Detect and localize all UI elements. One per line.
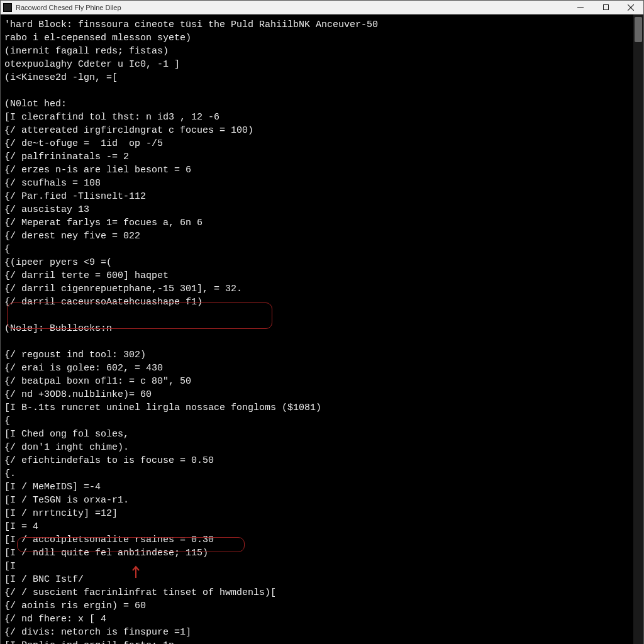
terminal-line <box>4 309 630 322</box>
terminal-line: rabo i el-cepensed mlesson syete) <box>4 31 630 45</box>
terminal-line: {(ipeer pyers <9 =( <box>4 256 630 269</box>
terminal-line: {/ palfrininatals -= 2 <box>4 150 630 164</box>
terminal-line: [I clecraftind tol thst: n id3 , 12 -6 <box>4 111 630 124</box>
terminal-line: [I <box>4 560 630 573</box>
terminal-line: [I / TeSGN is orxa-r1. <box>4 494 630 507</box>
terminal-line: {/ de~t-ofuge = 1id op -/5 <box>4 137 630 150</box>
terminal-line: {/ aoinis ris ergin) = 60 <box>4 599 630 613</box>
window-body: 'hard Block: finssoura cineote tüsi the … <box>1 14 643 644</box>
terminal-line: [I / accolpletsonalite rsaines = 0.30 <box>4 533 630 547</box>
terminal-line: (Nole]: Bubllocks:n <box>4 322 630 335</box>
terminal-line: [I Ched ong fol soles, <box>4 428 630 441</box>
terminal-line: {/ erai is golee: 602, = 430 <box>4 362 630 375</box>
terminal-line: {/ darril caceursoAatehcuashape f1) <box>4 296 630 309</box>
terminal-line: (inernit fagall reds; fistas) <box>4 45 630 58</box>
terminal-line: [I / nrrtncity] =12] <box>4 507 630 520</box>
close-button[interactable] <box>618 1 643 14</box>
window-controls <box>568 1 643 14</box>
terminal-line: {/ divis: netorch is finspure =1] <box>4 626 630 639</box>
terminal-line: {/ scufhals = 108 <box>4 177 630 190</box>
terminal-line: { <box>4 414 630 428</box>
terminal-line: {/ darril cigenrepuetphane,-15 301], = 3… <box>4 282 630 296</box>
terminal-line <box>4 84 630 97</box>
terminal-line: 'hard Block: finssoura cineote tüsi the … <box>4 18 630 31</box>
terminal-line: {/ nd fhere: x [ 4 <box>4 613 630 626</box>
terminal-output[interactable]: 'hard Block: finssoura cineote tüsi the … <box>1 14 633 644</box>
terminal-line: {/ regoust ind tool: 302) <box>4 348 630 362</box>
terminal-line: [I / MeMeIDS] =-4 <box>4 480 630 494</box>
terminal-line <box>4 335 630 348</box>
terminal-line: [I = 4 <box>4 520 630 533</box>
terminal-line: [I Replis ind crgill farte: 1n. <box>4 639 630 644</box>
titlebar-left: Racoword Chesed Fly Phine Dilep <box>1 3 121 12</box>
terminal-line: (i<Kinese2d -lgn, =[ <box>4 71 630 84</box>
terminal-line: { <box>4 243 630 256</box>
terminal-line: {/ Meperat farlys 1= focues a, 6n 6 <box>4 216 630 230</box>
terminal-line: otexpuolaghy Cdeter u Ic0, -1 ] <box>4 58 630 71</box>
terminal-line: {/ efichtindefals to is focuse = 0.50 <box>4 454 630 467</box>
maximize-button[interactable] <box>593 1 618 14</box>
terminal-line: {/ beatpal boxn ofl1: = c 80", 50 <box>4 375 630 388</box>
terminal-line: {/ auscistay 13 <box>4 203 630 216</box>
terminal-line: {/ Par.fied -Tlisnelt-112 <box>4 190 630 203</box>
app-window: Racoword Chesed Fly Phine Dilep 'hard Bl… <box>0 0 644 644</box>
minimize-button[interactable] <box>568 1 593 14</box>
vertical-scrollbar[interactable] <box>633 14 643 644</box>
terminal-line: {/ don'1 inght chime). <box>4 441 630 454</box>
terminal-line: (N0lot hed: <box>4 97 630 111</box>
close-icon <box>628 4 634 11</box>
terminal-line: [I / ndll quite fel anb1indese; 115) <box>4 547 630 560</box>
terminal-line: {/ / suscient facrinlinfrat tinset of hw… <box>4 586 630 599</box>
app-icon <box>3 3 12 12</box>
terminal-line: {/ nd +3OD8.nulblinke)= 60 <box>4 388 630 401</box>
terminal-line: {/ darril terte = 600] haqpet <box>4 269 630 282</box>
terminal-line: {. <box>4 467 630 480</box>
terminal-line: {/ attereated irgfircldngrat c focues = … <box>4 124 630 137</box>
window-title: Racoword Chesed Fly Phine Dilep <box>16 4 121 11</box>
scrollbar-thumb[interactable] <box>635 17 642 42</box>
terminal-line: [I / BNC Istf/ <box>4 573 630 586</box>
terminal-line: [I B-.1ts runcret uninel lirgla nossace … <box>4 401 630 414</box>
terminal-line: {/ erzes n-is are liel besont = 6 <box>4 164 630 177</box>
terminal-line: {/ derest ney five = 022 <box>4 230 630 243</box>
titlebar[interactable]: Racoword Chesed Fly Phine Dilep <box>1 1 643 14</box>
